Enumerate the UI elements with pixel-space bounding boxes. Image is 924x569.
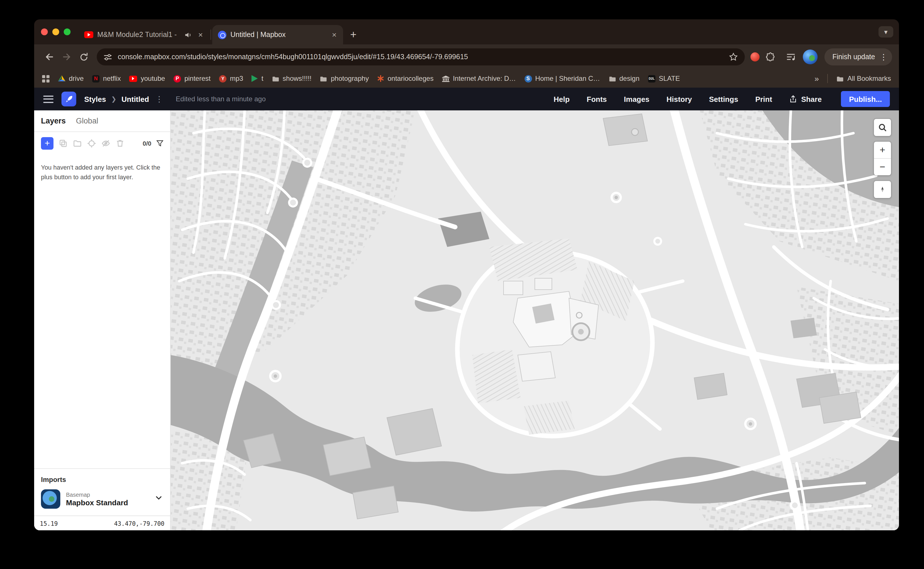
style-options-icon[interactable]: ⋮ [154, 94, 164, 103]
address-bar[interactable]: console.mapbox.com/studio/styles/monatgn… [97, 49, 745, 65]
tab-youtube[interactable]: M&M Module2 Tutorial1 - × [79, 25, 210, 44]
zoom-out-button[interactable]: − [874, 159, 891, 175]
folder-icon [272, 75, 280, 82]
blue-circle-icon: S [524, 75, 532, 82]
netflix-icon: N [92, 75, 100, 82]
tab-separator [211, 30, 211, 40]
bookmark-photography[interactable]: photography [320, 75, 369, 82]
studio-logo-icon[interactable] [61, 91, 76, 106]
nav-settings[interactable]: Settings [709, 95, 738, 103]
tab-search-button[interactable]: ▼ [878, 26, 893, 38]
folder-icon [608, 75, 616, 82]
map-search-button[interactable] [874, 119, 891, 136]
red-circle-icon: Y [219, 75, 226, 82]
bookmark-internet-archive[interactable]: Internet Archive: D… [442, 75, 516, 82]
coordinates: 43.470,-79.700 [114, 520, 164, 526]
url-text[interactable]: console.mapbox.com/studio/styles/monatgn… [118, 53, 723, 61]
speaker-icon[interactable] [184, 31, 192, 38]
tab-title: M&M Module2 Tutorial1 - [97, 31, 180, 39]
nav-images[interactable]: Images [624, 95, 649, 103]
bank-icon [442, 75, 450, 82]
bookmark-t[interactable]: t [252, 75, 263, 82]
bookmark-shows[interactable]: shows!!!!! [272, 75, 312, 82]
bookmark-youtube[interactable]: youtube [129, 75, 165, 82]
zoom-in-button[interactable]: + [874, 141, 891, 158]
close-tab-button[interactable]: × [330, 30, 339, 40]
nav-fonts[interactable]: Fonts [587, 95, 607, 103]
map-canvas[interactable]: + − [171, 110, 899, 530]
forward-button[interactable] [58, 49, 75, 65]
bookmark-drive[interactable]: drive [58, 75, 84, 82]
mapbox-favicon-icon [218, 30, 226, 39]
nav-print[interactable]: Print [755, 95, 772, 103]
desktop: M&M Module2 Tutorial1 - × Untitled | Map… [0, 0, 924, 569]
publish-button[interactable]: Publish... [841, 91, 890, 107]
basemap-import-row[interactable]: Basemap Mapbox Standard [41, 489, 163, 509]
apps-grid-button[interactable] [42, 75, 50, 82]
bookmark-ontariocolleges[interactable]: ontariocolleges [377, 75, 433, 82]
map-render [171, 110, 899, 530]
tab-strip: M&M Module2 Tutorial1 - × Untitled | Map… [34, 19, 899, 44]
reload-button[interactable] [75, 49, 92, 65]
all-bookmarks-button[interactable]: All Bookmarks [837, 75, 891, 82]
panel-tabs: Layers Global [34, 110, 170, 132]
nav-history[interactable]: History [667, 95, 692, 103]
tab-mapbox-active[interactable]: Untitled | Mapbox × [212, 25, 343, 44]
browser-toolbar: console.mapbox.com/studio/styles/monatgn… [34, 44, 899, 69]
zoom-controls: + − [874, 141, 891, 175]
bookmark-sheridan[interactable]: S Home | Sheridan C… [524, 75, 600, 82]
pinterest-icon: P [173, 75, 181, 82]
group-layers-icon[interactable] [73, 139, 82, 148]
toggle-visibility-icon[interactable] [101, 139, 110, 148]
tab-layers[interactable]: Layers [41, 117, 66, 125]
extension-icon[interactable] [751, 52, 760, 61]
filter-layers-icon[interactable] [157, 140, 163, 147]
black-square-icon: D2L [648, 75, 655, 82]
finish-update-button[interactable]: Finish update ⋮ [824, 49, 892, 65]
hamburger-menu-icon[interactable] [43, 95, 53, 103]
studio-nav: Help Fonts Images History Settings Print… [553, 91, 890, 107]
delete-layer-icon[interactable] [116, 139, 125, 148]
close-window-button[interactable] [41, 29, 48, 35]
chevron-down-icon[interactable] [154, 493, 163, 505]
browser-menu-icon[interactable]: ⋮ [877, 51, 890, 63]
style-name[interactable]: Untitled [122, 95, 149, 103]
imports-title: Imports [41, 476, 163, 484]
bookmark-mp3[interactable]: Y mp3 [219, 75, 243, 82]
nav-help[interactable]: Help [553, 95, 570, 103]
breadcrumb-styles-link[interactable]: Styles [84, 95, 106, 103]
folder-icon [320, 75, 327, 82]
layer-count: 0/0 [143, 140, 151, 147]
folder-icon [837, 75, 844, 82]
fullscreen-window-button[interactable] [64, 29, 71, 35]
bookmark-slate[interactable]: D2L SLATE [648, 75, 680, 82]
share-button[interactable]: Share [789, 95, 822, 103]
bookmark-pinterest[interactable]: P pinterest [173, 75, 211, 82]
layers-toolbar: + [34, 132, 170, 155]
minimize-window-button[interactable] [52, 29, 59, 35]
bookmarks-divider [828, 74, 828, 83]
close-tab-button[interactable]: × [196, 30, 205, 40]
new-tab-button[interactable]: + [345, 27, 361, 43]
bookmark-star-icon[interactable] [729, 52, 738, 61]
bookmarks-overflow-button[interactable]: » [815, 74, 819, 83]
zoom-to-layer-icon[interactable] [87, 139, 96, 148]
breadcrumb: Styles ❯ Untitled ⋮ [84, 94, 164, 103]
compass-button[interactable] [874, 181, 891, 198]
asterisk-icon [377, 75, 384, 82]
finish-update-label: Finish update [833, 53, 875, 61]
bookmark-design[interactable]: design [608, 75, 640, 82]
site-settings-icon[interactable] [103, 53, 112, 61]
chevron-right-icon: ❯ [111, 95, 116, 103]
zoom-level: 15.19 [40, 520, 58, 526]
studio-body: Layers Global + [34, 110, 899, 530]
bookmark-netflix[interactable]: N netflix [92, 75, 121, 82]
add-layer-button[interactable]: + [41, 137, 53, 150]
profile-avatar[interactable] [803, 50, 818, 64]
extensions-puzzle-icon[interactable] [765, 52, 775, 62]
tab-global[interactable]: Global [76, 117, 98, 125]
duplicate-layer-icon[interactable] [59, 139, 68, 148]
basemap-name: Mapbox Standard [66, 498, 128, 507]
media-controls-icon[interactable] [786, 52, 796, 62]
back-button[interactable] [41, 49, 58, 65]
